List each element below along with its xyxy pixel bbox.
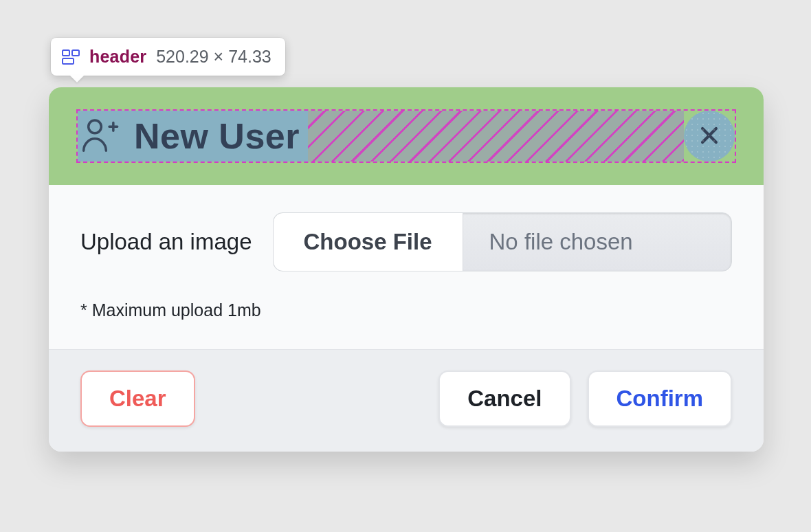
close-icon [698,124,721,149]
clear-button[interactable]: Clear [80,370,195,427]
modal-footer: Clear Cancel Confirm [49,350,764,452]
svg-point-3 [89,120,102,133]
upload-label: Upload an image [80,229,252,255]
close-button[interactable] [684,111,735,162]
svg-rect-1 [72,50,79,56]
svg-rect-0 [63,50,69,56]
devtools-inspector-tooltip: header 520.29 × 74.33 [51,38,285,76]
modal-header: New User [49,87,764,185]
inspector-element-tag: header [89,47,146,67]
modal-title: New User [134,115,300,157]
upload-hint: * Maximum upload 1mb [80,300,732,320]
confirm-button[interactable]: Confirm [588,370,733,427]
file-picker[interactable]: Choose File No file chosen [273,212,733,271]
upload-row: Upload an image Choose File No file chos… [80,212,732,271]
add-user-icon [80,115,119,157]
modal-header-flex-gap [308,111,684,162]
modal-header-content: New User [78,111,308,162]
close-button-wrapper [684,111,735,162]
flex-layout-icon [62,48,80,66]
inspector-element-dimensions: 520.29 × 74.33 [156,47,271,67]
choose-file-button[interactable]: Choose File [274,213,463,271]
file-status-text: No file chosen [463,213,731,271]
cancel-button[interactable]: Cancel [438,370,570,427]
modal-body: Upload an image Choose File No file chos… [49,185,764,350]
modal-header-inner: New User [78,111,735,162]
new-user-modal: New User Upload an image Choose File No … [49,87,764,452]
svg-rect-2 [63,58,74,64]
